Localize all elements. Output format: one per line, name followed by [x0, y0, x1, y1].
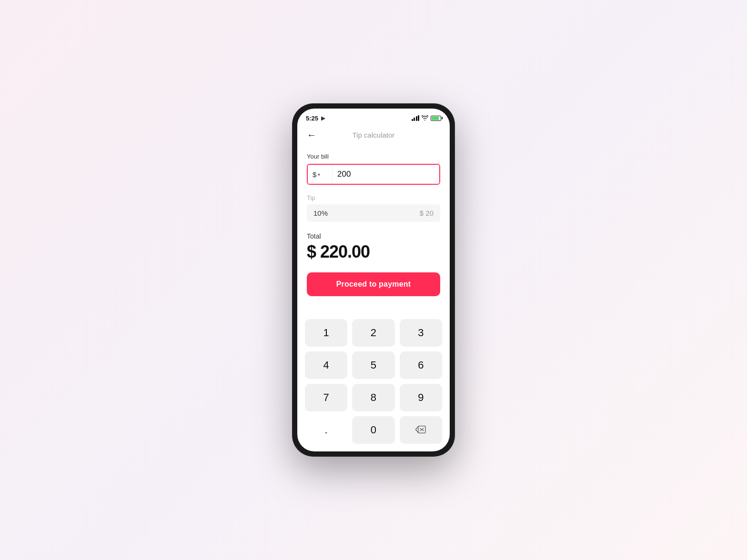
- content-area: Your bill $ ▾ Tip 10% $ 20 Total $ 220.0…: [297, 147, 450, 319]
- numpad-key-3[interactable]: 3: [400, 319, 442, 347]
- wifi-icon: [422, 115, 428, 121]
- numpad-key-delete[interactable]: [400, 416, 442, 444]
- total-label: Total: [307, 232, 440, 240]
- status-bar: 5:25 ▶: [297, 109, 450, 126]
- phone-device: 5:25 ▶: [293, 104, 454, 456]
- bill-input[interactable]: [333, 165, 440, 184]
- svg-line-1: [416, 427, 418, 430]
- tip-amount: $ 20: [420, 209, 434, 217]
- battery-icon: [431, 116, 441, 121]
- currency-symbol: $: [313, 170, 316, 179]
- delete-icon: [415, 425, 426, 436]
- status-icons: [412, 115, 442, 121]
- status-time: 5:25 ▶: [306, 115, 325, 122]
- location-icon: ▶: [321, 115, 325, 121]
- signal-icon: [412, 115, 420, 121]
- tip-percent: 10%: [313, 209, 328, 217]
- svg-line-2: [416, 430, 418, 432]
- bill-input-row: $ ▾: [307, 164, 440, 185]
- numpad-grid: 1 2 3 4 5 6 7 8 9 . 0: [305, 319, 442, 444]
- numpad-key-8[interactable]: 8: [352, 384, 394, 411]
- bill-label: Your bill: [307, 153, 440, 160]
- numpad-key-2[interactable]: 2: [352, 319, 394, 347]
- proceed-to-payment-button[interactable]: Proceed to payment: [307, 272, 440, 296]
- numpad-key-5[interactable]: 5: [352, 351, 394, 379]
- tip-label: Tip: [307, 194, 440, 201]
- total-amount: $ 220.00: [307, 242, 440, 262]
- numpad-key-decimal[interactable]: .: [305, 416, 347, 444]
- numpad-key-4[interactable]: 4: [305, 351, 347, 379]
- nav-bar: ← Tip calculator: [297, 126, 450, 147]
- phone-screen: 5:25 ▶: [297, 109, 450, 451]
- back-button[interactable]: ←: [305, 128, 318, 142]
- numpad-key-9[interactable]: 9: [400, 384, 442, 411]
- numpad-key-7[interactable]: 7: [305, 384, 347, 411]
- numpad-key-0[interactable]: 0: [352, 416, 394, 444]
- tip-row: 10% $ 20: [307, 204, 440, 222]
- time-display: 5:25: [306, 115, 318, 122]
- currency-chevron-icon: ▾: [318, 172, 320, 177]
- numpad-key-1[interactable]: 1: [305, 319, 347, 347]
- numpad-key-6[interactable]: 6: [400, 351, 442, 379]
- numpad: 1 2 3 4 5 6 7 8 9 . 0: [297, 319, 450, 451]
- page-title: Tip calculator: [353, 131, 395, 139]
- currency-selector[interactable]: $ ▾: [308, 165, 333, 184]
